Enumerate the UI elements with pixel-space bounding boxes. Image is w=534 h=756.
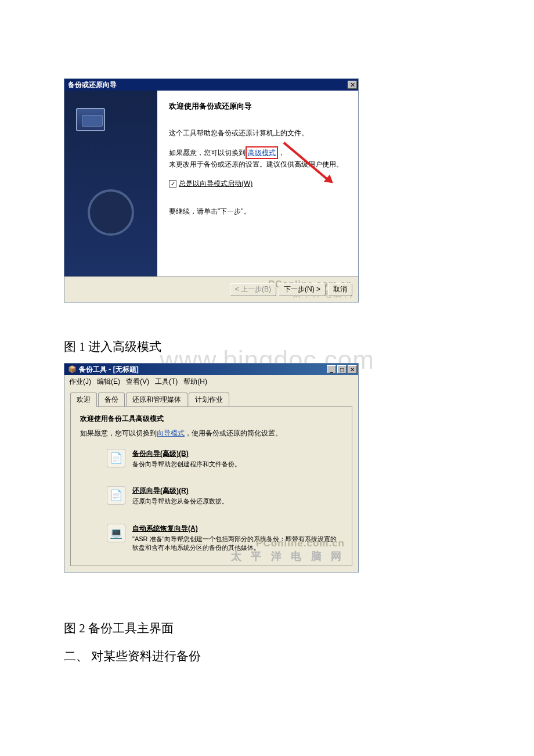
option-desc: 还原向导帮助您从备份还原数据。 [132, 498, 228, 505]
wizard-titlebar: 备份或还原向导 ✕ [64, 79, 358, 91]
panel-heading: 欢迎使用备份工具高级模式 [80, 414, 342, 424]
wizard-body: 欢迎使用备份或还原向导 这个工具帮助您备份或还原计算机上的文件。 如果愿意，您可… [64, 91, 358, 276]
wizard-dialog: 备份或还原向导 ✕ 欢迎使用备份或还原向导 这个工具帮助您备份或还原计算机上的文… [64, 78, 359, 303]
close-button[interactable]: ✕ [348, 81, 357, 89]
option-asr-wizard[interactable]: 💻 自动系统恢复向导(A) "ASR 准备"向导帮您创建一个包括两部分的系统备份… [107, 524, 342, 553]
backup-wizard-icon: 📄 [107, 449, 125, 467]
menu-view[interactable]: 查看(V) [126, 377, 149, 387]
panel-subtext: 如果愿意，您可以切换到向导模式，使用备份或还原的简化设置。 [80, 429, 342, 438]
wizard-title: 备份或还原向导 [68, 80, 348, 90]
tool-titlebar: 📦 备份工具 - [无标题] _ □ ✕ [64, 363, 358, 375]
option-backup-wizard[interactable]: 📄 备份向导(高级)(B) 备份向导帮助您创建程序和文件备份。 [107, 449, 342, 469]
advanced-mode-link[interactable]: 高级模式 [248, 149, 276, 157]
wizard-heading: 欢迎使用备份或还原向导 [169, 101, 345, 111]
tool-title: 📦 备份工具 - [无标题] [68, 365, 327, 375]
wizard-footer: PConline.com.cn 太 平 洋 电 脑 网 < 上一步(B) 下一步… [64, 276, 358, 302]
option-desc: "ASR 准备"向导帮您创建一个包括两部分的系统备份：即带有系统设置的软盘和含有… [132, 535, 337, 551]
checkbox-label: 总是以向导模式启动(W) [179, 179, 252, 189]
option-desc: 备份向导帮助您创建程序和文件备份。 [132, 460, 241, 467]
option-restore-wizard[interactable]: 📄 还原向导(高级)(R) 还原向导帮助您从备份还原数据。 [107, 486, 342, 506]
app-icon: 📦 [68, 365, 77, 373]
tab-strip: 欢迎 备份 还原和管理媒体 计划作业 [64, 388, 358, 406]
menu-bar: 作业(J) 编辑(E) 查看(V) 工具(T) 帮助(H) [64, 375, 358, 388]
maximize-button[interactable]: □ [337, 365, 347, 373]
checkbox-row: ✓ 总是以向导模式启动(W) [169, 179, 345, 189]
option-title: 备份向导(高级)(B) [132, 449, 342, 459]
backup-tool-window: 📦 备份工具 - [无标题] _ □ ✕ 作业(J) 编辑(E) 查看(V) 工… [64, 363, 359, 573]
wizard-side-graphic [64, 91, 157, 276]
tab-backup[interactable]: 备份 [98, 393, 125, 407]
tab-panel: 欢迎使用备份工具高级模式 如果愿意，您可以切换到向导模式，使用备份或还原的简化设… [70, 406, 352, 566]
folder-icon [76, 108, 105, 131]
back-button: < 上一步(B) [230, 283, 276, 296]
wizard-line1: 这个工具帮助您备份或还原计算机上的文件。 [169, 128, 345, 138]
wizard-line4: 要继续，请单击"下一步"。 [169, 206, 345, 217]
wizard-mode-link[interactable]: 向导模式 [157, 429, 185, 437]
option-title: 自动系统恢复向导(A) [132, 524, 342, 534]
tab-restore[interactable]: 还原和管理媒体 [126, 393, 187, 407]
section2-title: 二、 对某些资料进行备份 [64, 648, 534, 664]
restore-wizard-icon: 📄 [107, 486, 125, 505]
next-button[interactable]: 下一步(N) > [279, 283, 326, 296]
menu-help[interactable]: 帮助(H) [183, 377, 207, 387]
wizard-mode-checkbox[interactable]: ✓ [169, 180, 176, 188]
minimize-button[interactable]: _ [327, 365, 336, 373]
wizard-content: 欢迎使用备份或还原向导 这个工具帮助您备份或还原计算机上的文件。 如果愿意，您可… [157, 91, 358, 276]
menu-edit[interactable]: 编辑(E) [97, 377, 120, 387]
figure2-caption: 图 2 备份工具主界面 [64, 620, 534, 636]
close-button[interactable]: ✕ [348, 365, 357, 373]
wizard-line2: 如果愿意，您可以切换到高级模式， 来更改用于备份或还原的设置。建议仅供高级用户使… [169, 146, 345, 170]
tab-welcome[interactable]: 欢迎 [70, 393, 97, 407]
cancel-button[interactable]: 取消 [328, 283, 352, 296]
menu-job[interactable]: 作业(J) [69, 377, 91, 387]
option-title: 还原向导(高级)(R) [132, 486, 342, 496]
tab-schedule[interactable]: 计划作业 [189, 393, 229, 407]
asr-wizard-icon: 💻 [107, 524, 125, 542]
menu-tools[interactable]: 工具(T) [155, 377, 178, 387]
box-icon [88, 189, 134, 236]
figure1-caption: 图 1 进入高级模式 [64, 339, 534, 355]
